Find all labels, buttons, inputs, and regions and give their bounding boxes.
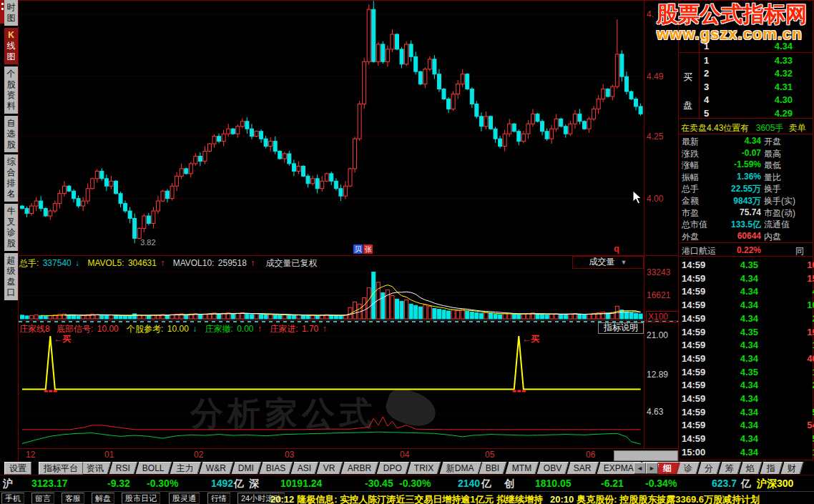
sidebar-tab-5[interactable]: 综 合 排 名 <box>4 154 19 202</box>
buy-level-3: 3 <box>704 81 709 92</box>
status-button-3[interactable]: 客服 <box>62 493 84 504</box>
axis-resize-handle[interactable] <box>614 450 678 461</box>
volume-axis-label-2: 16621 <box>647 290 677 300</box>
border-axis-right <box>678 0 679 461</box>
buy-price-2[interactable]: 4.32 <box>730 68 793 79</box>
border-indicator-bottom <box>18 448 678 449</box>
volume-chart[interactable] <box>19 269 643 320</box>
buy-price-3[interactable]: 4.31 <box>730 81 793 92</box>
index-segment-11: 2140 <box>458 478 480 489</box>
buy-price-4[interactable]: 4.30 <box>730 94 793 105</box>
status-bar: 手机留言客服解盘股市日记股灵通行情24小时滚动20:12隆极信息: 实控人陈汀涛… <box>0 491 814 504</box>
sidebar-tab-2[interactable]: K 线 图 <box>4 28 19 64</box>
indicator-tab-ASI[interactable]: ASI <box>291 462 319 474</box>
quote-value-9: 60644 <box>701 231 761 241</box>
volume-dropdown-label: 成交量 <box>589 257 615 267</box>
panel-tab-财[interactable]: 财 <box>781 462 804 474</box>
quote-value-2: -0.07 <box>701 148 761 158</box>
quote-value-4: 1.36% <box>701 172 761 182</box>
indicator-tab-W&R[interactable]: W&R <box>199 462 233 474</box>
orderbook-divider <box>699 39 700 118</box>
panel-tabs: 细诊分筹焰指财 <box>658 462 802 474</box>
sidebar-tab-6[interactable]: 牛 叉 诊 股 <box>4 204 19 251</box>
indicator-tab-BBI[interactable]: BBI <box>479 462 507 474</box>
sidebar-tab-3[interactable]: 个 股 资 料 <box>4 66 19 114</box>
indicator-tab-SAR[interactable]: SAR <box>567 462 599 474</box>
sidebar-tab-4[interactable]: 自 选 股 <box>4 116 19 152</box>
trading-terminal-window: 时 图K 线 图个 股 资 料自 选 股综 合 排 名牛 叉 诊 股超 级 盘 … <box>0 0 814 504</box>
indicator-tab-MTM[interactable]: MTM <box>505 462 539 474</box>
indicator-help-button[interactable]: 指标说明 <box>598 322 644 334</box>
panel-tab-筹[interactable]: 筹 <box>719 462 742 474</box>
tick-volume-14: 59 <box>771 433 814 444</box>
bottom-signal-label: 底部信号: <box>57 324 93 334</box>
indicator-tab-BOLL[interactable]: BOLL <box>136 462 172 474</box>
buy-level-4: 4 <box>704 94 709 105</box>
indicator-tab-VR[interactable]: VR <box>317 462 343 474</box>
toolbar-button-2[interactable]: 指标平台 <box>39 462 83 475</box>
indicator-tab-TRIX[interactable]: TRIX <box>408 462 441 474</box>
status-button-6[interactable]: 股灵通 <box>169 493 200 504</box>
volume-type-dropdown[interactable]: 成交量▼ <box>572 256 644 269</box>
tick-volume-9: 12 <box>771 367 814 377</box>
tick-time-13: 14:59 <box>682 420 705 430</box>
sidebar-tab-1[interactable]: 时 图 <box>4 0 19 26</box>
buy-side-label: 买 盘 <box>683 63 692 120</box>
banker-exit-arrow-icon: ↑ <box>258 324 262 334</box>
indicator-tab-新DMA[interactable]: 新DMA <box>439 462 481 474</box>
kline-chart[interactable]: 3.82 <box>19 1 643 255</box>
indicator-name: 庄家线8 <box>19 324 50 334</box>
toolbar-button-1[interactable]: 设置 <box>4 462 31 475</box>
buy-price-1[interactable]: 4.33 <box>730 55 793 66</box>
volume-adjusted-note: 成交量已复权 <box>266 258 318 268</box>
panel-tab-细[interactable]: 细 <box>657 462 680 474</box>
date-axis-label-04: 04 <box>400 450 409 460</box>
market-index-bar: 沪3123.17-9.32-0.30%1492亿深10191.24-30.45-… <box>0 475 814 491</box>
event-badge-blue[interactable]: 贝 <box>353 244 363 254</box>
volume-axis-label-1: 33243 <box>647 267 677 277</box>
tab-scroll-left-button[interactable]: ◄ <box>634 463 646 474</box>
tick-price-9: 4.35 <box>708 367 758 377</box>
tick-time-3: 14:59 <box>682 286 705 297</box>
date-axis-label-02: 02 <box>194 450 203 460</box>
status-button-4[interactable]: 解盘 <box>92 493 114 504</box>
index-segment-19: 沪深300 <box>757 478 793 490</box>
zongshou-value: 337540 <box>43 258 72 268</box>
status-button-1[interactable]: 手机 <box>1 493 24 504</box>
status-button-2[interactable]: 留言 <box>31 493 54 504</box>
index-segment-7: 深 <box>249 478 259 490</box>
index-segment-17: 623.7 <box>712 478 737 489</box>
tab-scroll-right-button[interactable]: ► <box>646 463 658 474</box>
banker-indicator-chart[interactable] <box>19 335 643 448</box>
tick-volume-6: 191 <box>771 327 814 337</box>
indicator-tab-OBV[interactable]: OBV <box>537 462 569 474</box>
status-button-7[interactable]: 行情 <box>207 493 230 504</box>
indicator-tab-DPO[interactable]: DPO <box>377 462 410 474</box>
quote-label-7: 市盈 <box>682 207 699 219</box>
banker-exit-value: 0.00 <box>237 324 253 334</box>
panel-tab-诊[interactable]: 诊 <box>677 462 700 474</box>
indicator-tab-BIAS[interactable]: BIAS <box>259 462 293 474</box>
indicator-tab-主力[interactable]: 主力 <box>170 462 201 474</box>
sidebar-tab-7[interactable]: 超 级 盘 口 <box>4 253 19 300</box>
buy-price-5[interactable]: 4.29 <box>730 108 793 119</box>
index-segment-10: -0.30% <box>399 478 431 489</box>
indicator-tab-资讯[interactable]: 资讯 <box>80 462 112 474</box>
panel-tab-分[interactable]: 分 <box>698 462 721 474</box>
buy-level-2: 2 <box>704 68 709 79</box>
tick-volume-10: 20 <box>771 380 814 390</box>
tick-volume-3: 40 <box>771 286 814 297</box>
status-button-5[interactable]: 股市日记 <box>122 493 160 504</box>
panel-tab-指[interactable]: 指 <box>760 462 783 474</box>
quote-label-5: 总手 <box>682 183 699 195</box>
news-time-2: 20:10 <box>550 494 574 504</box>
indicator-tab-ARBR[interactable]: ARBR <box>341 462 379 474</box>
chevron-down-icon: ▼ <box>621 259 627 266</box>
index-segment-12: 亿 <box>481 478 491 490</box>
tick-price-2: 4.34 <box>708 273 758 284</box>
quote-label2-2: 最高 <box>764 148 781 160</box>
panel-tab-焰[interactable]: 焰 <box>740 462 762 474</box>
event-badge-red[interactable]: 张 <box>363 244 373 254</box>
indicator-tab-DMI[interactable]: DMI <box>231 462 261 474</box>
indicator-tab-RSI[interactable]: RSI <box>109 462 138 474</box>
